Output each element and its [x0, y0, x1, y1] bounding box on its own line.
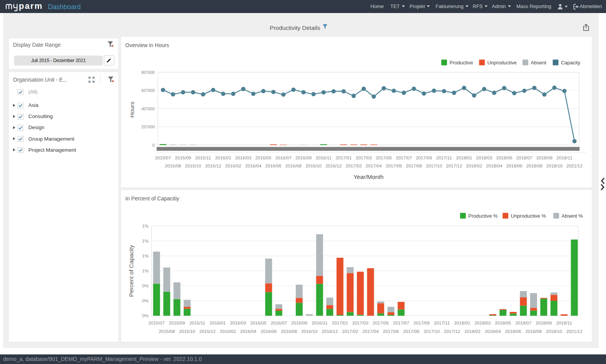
svg-text:2021/12: 2021/12	[566, 329, 582, 334]
svg-text:0: 0	[152, 143, 155, 148]
svg-text:2018/09: 2018/09	[536, 320, 552, 325]
svg-text:1%: 1%	[142, 268, 149, 273]
svg-text:Year/Month: Year/Month	[354, 174, 384, 180]
svg-text:2017/02: 2017/02	[346, 163, 362, 168]
svg-text:2015/10: 2015/10	[185, 163, 201, 168]
svg-text:2018/04: 2018/04	[486, 163, 503, 168]
svg-text:2016/03: 2016/03	[235, 155, 251, 160]
svg-text:2016/03: 2016/03	[230, 320, 246, 325]
svg-text:2016/12: 2016/12	[322, 329, 338, 334]
svg-text:2017/05: 2017/05	[376, 155, 392, 160]
svg-text:2015/12: 2015/12	[200, 329, 216, 334]
svg-text:2017/12: 2017/12	[446, 163, 462, 168]
svg-text:2016/08: 2016/08	[285, 163, 301, 168]
svg-text:2015/11: 2015/11	[195, 155, 211, 160]
svg-text:Productive: Productive	[450, 60, 473, 66]
svg-text:0%: 0%	[142, 313, 149, 318]
svg-text:2017/09: 2017/09	[416, 155, 432, 160]
svg-text:2015/09: 2015/09	[169, 320, 185, 325]
svg-text:2018/09: 2018/09	[536, 155, 552, 160]
svg-text:2018/10: 2018/10	[546, 329, 562, 334]
svg-text:2018/05: 2018/05	[495, 320, 511, 325]
svg-text:2016/02: 2016/02	[220, 329, 236, 334]
svg-text:2021/12: 2021/12	[567, 163, 583, 168]
svg-text:2015/11: 2015/11	[189, 320, 205, 325]
svg-text:2017/08: 2017/08	[406, 163, 422, 168]
svg-text:20’000: 20’000	[141, 124, 155, 129]
svg-text:2017/12: 2017/12	[444, 329, 460, 334]
svg-text:2016/12: 2016/12	[326, 163, 342, 168]
svg-text:2017/11: 2017/11	[436, 155, 452, 160]
svg-text:Capacity: Capacity	[561, 60, 580, 66]
svg-text:2018/05: 2018/05	[496, 155, 513, 160]
svg-text:2018/06: 2018/06	[505, 329, 521, 334]
svg-text:2016/08: 2016/08	[281, 329, 297, 334]
svg-text:2015/10: 2015/10	[179, 329, 195, 334]
svg-text:2018/06: 2018/06	[506, 163, 522, 168]
svg-text:2018/03: 2018/03	[475, 320, 491, 325]
svg-text:2017/11: 2017/11	[434, 320, 450, 325]
svg-text:2016/07: 2016/07	[271, 320, 287, 325]
svg-text:2015/07: 2015/07	[149, 320, 165, 325]
svg-text:2018/01: 2018/01	[454, 320, 470, 325]
svg-text:2018/03: 2018/03	[476, 155, 492, 160]
svg-text:2016/06: 2016/06	[260, 329, 277, 334]
svg-text:2016/10: 2016/10	[305, 163, 322, 168]
svg-text:2016/06: 2016/06	[265, 163, 282, 168]
svg-text:0%: 0%	[142, 283, 149, 288]
svg-text:2018/11: 2018/11	[556, 320, 572, 325]
svg-text:60’000: 60’000	[141, 88, 155, 93]
svg-text:2018/04: 2018/04	[485, 329, 501, 334]
svg-text:1%: 1%	[142, 223, 149, 228]
svg-text:2016/07: 2016/07	[275, 155, 292, 160]
svg-text:2018/08: 2018/08	[526, 163, 542, 168]
svg-text:2017/10: 2017/10	[426, 163, 442, 168]
svg-text:Hours: Hours	[129, 102, 135, 118]
svg-text:2018/11: 2018/11	[557, 155, 572, 160]
svg-text:80’000: 80’000	[141, 70, 155, 75]
svg-text:2017/04: 2017/04	[362, 329, 379, 334]
svg-text:1%: 1%	[142, 238, 149, 243]
svg-text:In Percent of Capacitiy: In Percent of Capacitiy	[125, 195, 179, 202]
svg-text:2018/01: 2018/01	[456, 155, 472, 160]
svg-text:2017/09: 2017/09	[413, 320, 429, 325]
svg-text:2018/07: 2018/07	[516, 155, 532, 160]
svg-text:2017/03: 2017/03	[352, 320, 369, 325]
svg-text:2016/04: 2016/04	[245, 163, 262, 168]
svg-text:2017/03: 2017/03	[355, 155, 372, 160]
svg-text:Unproductive: Unproductive	[487, 60, 517, 66]
svg-text:2017/05: 2017/05	[373, 320, 389, 325]
svg-text:2016/04: 2016/04	[240, 329, 257, 334]
svg-text:parm: parm	[19, 1, 43, 11]
svg-text:2018/08: 2018/08	[526, 329, 542, 334]
svg-text:2018/02: 2018/02	[466, 163, 482, 168]
svg-text:2017/06: 2017/06	[386, 163, 402, 168]
svg-text:2016/01: 2016/01	[210, 320, 226, 325]
svg-text:2016/05: 2016/05	[251, 320, 267, 325]
svg-text:2016/09: 2016/09	[291, 320, 307, 325]
svg-text:2018/10: 2018/10	[546, 163, 563, 168]
svg-text:2017/10: 2017/10	[424, 329, 440, 334]
svg-text:2017/01: 2017/01	[332, 320, 348, 325]
svg-text:Absent %: Absent %	[562, 213, 583, 219]
svg-text:2015/08: 2015/08	[159, 329, 175, 334]
svg-text:2017/06: 2017/06	[383, 329, 399, 334]
svg-text:2017/04: 2017/04	[366, 163, 382, 168]
svg-text:2016/01: 2016/01	[215, 155, 231, 160]
svg-text:Unproductive %: Unproductive %	[511, 213, 546, 219]
svg-text:2015/07: 2015/07	[155, 155, 171, 160]
svg-text:2015/12: 2015/12	[205, 163, 221, 168]
svg-text:2016/05: 2016/05	[255, 155, 272, 160]
svg-text:2017/07: 2017/07	[396, 155, 412, 160]
svg-text:2016/02: 2016/02	[225, 163, 241, 168]
svg-text:2015/08: 2015/08	[165, 163, 181, 168]
svg-text:2016/10: 2016/10	[301, 329, 318, 334]
svg-text:40’000: 40’000	[141, 106, 155, 111]
svg-text:2016/11: 2016/11	[312, 320, 328, 325]
svg-text:Overview in Hours: Overview in Hours	[125, 42, 169, 48]
svg-text:2016/09: 2016/09	[295, 155, 311, 160]
svg-text:2016/11: 2016/11	[316, 155, 331, 160]
svg-text:1%: 1%	[142, 253, 149, 258]
svg-text:2017/08: 2017/08	[403, 329, 419, 334]
svg-text:2017/02: 2017/02	[342, 329, 358, 334]
